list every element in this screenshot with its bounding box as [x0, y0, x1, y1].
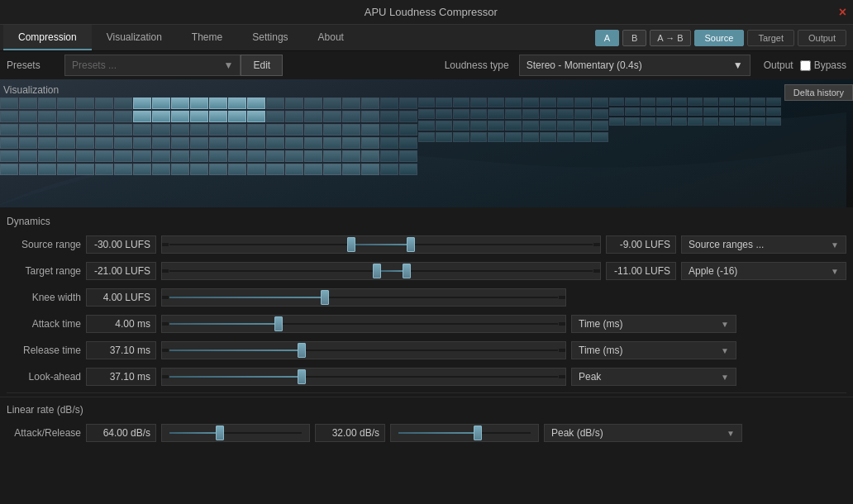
- tab-settings[interactable]: Settings: [237, 25, 303, 50]
- viz-block: [470, 132, 487, 142]
- viz-block: [19, 150, 37, 162]
- look-ahead-dropdown[interactable]: Peak ▼: [571, 368, 736, 386]
- linear-rate-dropdown[interactable]: Peak (dB/s) ▼: [544, 424, 742, 442]
- viz-block: [522, 132, 539, 142]
- viz-block: [688, 97, 703, 106]
- viz-block: [342, 137, 360, 149]
- viz-block: [719, 117, 734, 126]
- loudness-arrow-icon: ▼: [733, 59, 743, 71]
- source-range-slider[interactable]: [161, 235, 601, 254]
- attack-time-thumb[interactable]: [274, 316, 283, 331]
- knee-width-slider[interactable]: [161, 288, 566, 307]
- attack-release-value2[interactable]: 32.00 dB/s: [315, 424, 385, 442]
- viz-block: [656, 97, 671, 106]
- release-time-label: Release time: [7, 345, 81, 356]
- viz-block: [38, 97, 56, 109]
- viz-block: [38, 150, 56, 162]
- target-range-thumb2[interactable]: [403, 264, 411, 278]
- viz-column-10: [190, 97, 208, 175]
- viz-column-33: [609, 97, 624, 126]
- viz-block: [505, 121, 522, 131]
- viz-block: [488, 121, 504, 131]
- knee-width-thumb[interactable]: [321, 290, 329, 305]
- source-button[interactable]: Source: [694, 30, 745, 46]
- attack-time-slider[interactable]: [161, 315, 566, 333]
- viz-block: [76, 137, 94, 149]
- viz-block: [304, 164, 322, 175]
- look-ahead-value[interactable]: 37.10 ms: [86, 368, 156, 386]
- source-range-dropdown[interactable]: Source ranges ... ▼: [681, 235, 846, 254]
- viz-block: [436, 121, 452, 131]
- release-time-value[interactable]: 37.10 ms: [86, 341, 156, 359]
- tab-theme[interactable]: Theme: [177, 25, 237, 50]
- tab-visualization[interactable]: Visualization: [92, 25, 177, 50]
- ab-copy-button[interactable]: A → B: [650, 30, 690, 46]
- viz-block: [522, 97, 539, 107]
- target-range-thumb1[interactable]: [373, 264, 381, 278]
- attack-release-slider2[interactable]: [390, 424, 539, 442]
- viz-block: [470, 97, 487, 107]
- viz-block: [656, 117, 671, 126]
- viz-block: [171, 111, 189, 122]
- target-range-value-right[interactable]: -11.00 LUFS: [606, 262, 676, 280]
- a-button[interactable]: A: [595, 30, 619, 46]
- viz-block: [133, 164, 151, 175]
- bypass-control[interactable]: Bypass: [800, 59, 846, 71]
- knee-width-label: Knee width: [7, 292, 81, 303]
- app-title: APU Loudness Compressor: [23, 6, 839, 18]
- viz-block: [505, 97, 522, 107]
- viz-block: [557, 121, 574, 131]
- viz-block: [95, 97, 113, 109]
- viz-block: [418, 132, 435, 142]
- target-range-slider[interactable]: [161, 262, 601, 280]
- attack-time-value[interactable]: 4.00 ms: [86, 315, 156, 333]
- viz-block: [436, 97, 452, 107]
- viz-block: [656, 107, 671, 116]
- target-range-dropdown[interactable]: Apple (-16) ▼: [681, 262, 846, 280]
- viz-block: [133, 137, 151, 149]
- target-range-value-left[interactable]: -21.00 LUFS: [86, 262, 156, 280]
- viz-block: [247, 111, 265, 122]
- release-time-dropdown[interactable]: Time (ms) ▼: [571, 341, 736, 359]
- release-time-slider[interactable]: [161, 341, 566, 359]
- dynamics-section: Dynamics Source range -30.00 LUFS -9.00 …: [0, 207, 853, 389]
- presets-dropdown[interactable]: Presets ... ▼: [64, 55, 241, 76]
- viz-block: [133, 150, 151, 162]
- source-range-value-right[interactable]: -9.00 LUFS: [606, 235, 676, 254]
- knee-width-value[interactable]: 4.00 LUFS: [86, 288, 156, 307]
- attack-release-thumb1[interactable]: [216, 426, 224, 440]
- attack-release-slider1[interactable]: [161, 424, 310, 442]
- look-ahead-thumb[interactable]: [298, 369, 306, 384]
- output-button[interactable]: Output: [798, 30, 846, 46]
- viz-block: [399, 137, 417, 149]
- loudness-dropdown[interactable]: Stereo - Momentary (0.4s) ▼: [519, 55, 751, 76]
- edit-button[interactable]: Edit: [241, 55, 283, 76]
- tabs-bar: Compression Visualization Theme Settings…: [0, 25, 853, 51]
- viz-block: [285, 97, 303, 109]
- attack-release-value1[interactable]: 64.00 dB/s: [86, 424, 156, 442]
- viz-column-39: [703, 97, 718, 126]
- close-button[interactable]: ×: [839, 5, 846, 20]
- attack-release-thumb2[interactable]: [474, 426, 482, 440]
- viz-block: [114, 111, 132, 122]
- release-time-thumb[interactable]: [298, 343, 306, 358]
- source-range-value-left[interactable]: -30.00 LUFS: [86, 235, 156, 254]
- look-ahead-slider[interactable]: [161, 368, 566, 386]
- tab-compression[interactable]: Compression: [3, 25, 92, 50]
- viz-column-28: [522, 97, 539, 142]
- source-range-thumb2[interactable]: [407, 237, 415, 252]
- bypass-checkbox[interactable]: [800, 60, 811, 71]
- viz-column-43: [766, 97, 781, 126]
- delta-history-button[interactable]: Delta history: [784, 84, 853, 101]
- viz-block: [171, 124, 189, 136]
- b-button[interactable]: B: [622, 30, 646, 46]
- viz-column-25: [470, 97, 487, 142]
- viz-block: [380, 164, 398, 175]
- source-range-thumb1[interactable]: [347, 237, 355, 252]
- knee-width-row: Knee width 4.00 LUFS: [7, 285, 846, 310]
- bypass-label: Bypass: [814, 59, 846, 71]
- linear-rate-dropdown-arrow-icon: ▼: [727, 429, 735, 438]
- tab-about[interactable]: About: [303, 25, 359, 50]
- attack-time-dropdown[interactable]: Time (ms) ▼: [571, 315, 736, 333]
- target-button[interactable]: Target: [747, 30, 794, 46]
